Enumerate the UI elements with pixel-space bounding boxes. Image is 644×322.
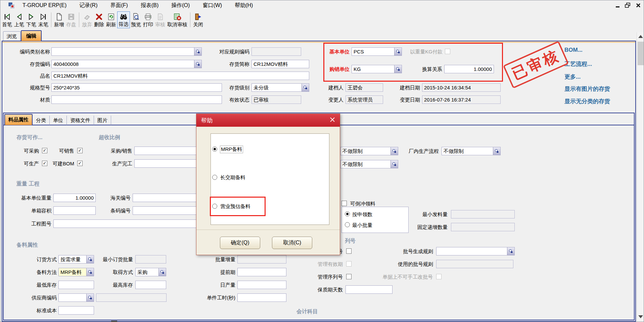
box-volume-input[interactable] <box>53 206 96 215</box>
barcode-input[interactable] <box>133 206 197 215</box>
lookup-icon[interactable] <box>194 48 201 55</box>
level-combo[interactable]: 未分级 <box>251 83 309 92</box>
menu-item-operate[interactable]: 操作(O) <box>171 2 190 9</box>
lookup-icon[interactable] <box>194 60 201 68</box>
option-mrp-radio[interactable] <box>212 147 217 152</box>
menu-item-interface[interactable]: 界面(F) <box>110 2 128 9</box>
lookup-icon[interactable] <box>86 255 94 263</box>
menu-item-record[interactable]: 记录(R) <box>79 2 97 9</box>
last-record-button[interactable]: 末笔 <box>37 11 49 28</box>
min-batch-radio[interactable] <box>345 222 350 227</box>
purchasable-checkbox[interactable] <box>42 148 47 153</box>
link-bom[interactable]: BOM... <box>564 47 583 53</box>
manage-serial-checkbox[interactable] <box>346 274 352 279</box>
field-label: 可生产 <box>19 160 39 167</box>
shelf-days-input[interactable] <box>346 285 393 294</box>
unit-time-input[interactable] <box>237 293 286 302</box>
restore-button[interactable] <box>624 2 632 9</box>
sellable-checkbox[interactable] <box>77 148 83 153</box>
manage-lot-checkbox[interactable] <box>346 248 352 254</box>
min-stock-input[interactable] <box>58 281 94 289</box>
link-show-with-image[interactable]: 显示有图片的存货 <box>564 85 610 93</box>
ok-button[interactable]: 确定(Q) <box>220 237 260 249</box>
field-label: 保质期天数 <box>313 286 343 293</box>
bomable-checkbox[interactable] <box>77 161 83 166</box>
subtab-units[interactable]: 单位 <box>50 116 67 125</box>
dialog-titlebar[interactable]: 帮助 <box>196 114 340 127</box>
scroll-down-icon[interactable] <box>638 315 643 318</box>
prep-method-combo[interactable]: MRP备料 <box>58 268 94 276</box>
option-label[interactable]: 长交期备料 <box>220 174 245 181</box>
lookup-icon[interactable] <box>390 147 398 155</box>
drawing-no-input[interactable] <box>53 219 197 228</box>
lookup-icon[interactable] <box>390 160 398 168</box>
menu-item-window[interactable]: 窗口(W) <box>202 2 222 9</box>
lookup-icon[interactable] <box>507 247 514 255</box>
filter-button[interactable]: 筛选 <box>117 11 130 28</box>
field-label: 订货方式 <box>33 256 57 263</box>
limit-combo-2[interactable]: 不做限制 <box>340 160 398 168</box>
print-button[interactable]: 打印 <box>142 11 154 28</box>
subtab-images[interactable]: 图片 <box>94 116 111 125</box>
material-input[interactable] <box>51 95 222 104</box>
lead-time-input[interactable] <box>237 268 286 276</box>
delete-button[interactable]: 删除 <box>93 11 105 28</box>
factory-flow-combo[interactable]: 不做限制 <box>442 147 501 155</box>
backflush-checkbox[interactable] <box>341 201 347 206</box>
purchase-sale-ratio-input[interactable] <box>134 147 197 155</box>
item-name-input[interactable]: CR12MOV精料 <box>51 72 309 80</box>
customs-code-input[interactable] <box>133 194 197 202</box>
menu-item-report[interactable]: 报表(B) <box>141 2 158 9</box>
lookup-icon[interactable] <box>86 294 94 301</box>
new-button[interactable]: 新增 <box>53 11 65 28</box>
daily-output-input[interactable] <box>237 281 286 289</box>
acquire-mode-combo[interactable]: 采购 <box>135 268 166 276</box>
spec-input[interactable]: 250*240*35 <box>51 83 222 92</box>
first-record-button[interactable]: 首笔 <box>1 11 13 28</box>
prod-finish-ratio-input[interactable] <box>134 159 197 168</box>
preview-button[interactable]: 预览 <box>130 11 142 28</box>
by-request-radio[interactable] <box>345 211 350 216</box>
item-short-input[interactable]: CR12MOV精料 <box>251 60 309 68</box>
lookup-icon[interactable] <box>493 147 500 155</box>
subtab-qualification[interactable]: 资格文件 <box>67 116 94 125</box>
link-process-flow[interactable]: 工艺流程... <box>564 60 592 68</box>
lookup-icon[interactable] <box>302 84 309 91</box>
refresh-button[interactable]: 刷新 <box>105 11 117 28</box>
link-more[interactable]: 更多... <box>564 73 581 81</box>
cancel-button[interactable]: 取消(C) <box>272 237 312 249</box>
exit-button[interactable]: 关闭 <box>192 11 204 28</box>
scroll-thumb[interactable] <box>638 42 644 65</box>
code-type-input[interactable] <box>51 47 202 56</box>
dialog-close-icon[interactable] <box>330 117 335 124</box>
link-show-unclassified[interactable]: 显示无分类的存货 <box>564 97 610 105</box>
base-weight-input[interactable]: 1.00000 <box>53 194 96 202</box>
item-code-input[interactable]: 400400008 <box>51 60 202 68</box>
tab-browse[interactable]: 浏览 <box>3 31 20 41</box>
subtab-classification[interactable]: 分类 <box>33 116 50 125</box>
no-manual-lot-checkbox <box>436 274 442 279</box>
producible-checkbox[interactable] <box>42 161 47 166</box>
supplier-code-combo[interactable] <box>58 293 94 302</box>
option-label[interactable]: MRP备料 <box>220 146 243 153</box>
menu-item-app[interactable]: T-GROUP ERP(E) <box>22 2 66 8</box>
cancel-audit-button[interactable]: 取消审核 <box>166 11 188 28</box>
lookup-icon[interactable] <box>158 268 166 276</box>
prev-record-button[interactable]: 上笔 <box>13 11 25 28</box>
minimize-icon <box>616 6 619 7</box>
minimize-button[interactable] <box>613 2 622 9</box>
option-long-lead-radio[interactable] <box>212 175 217 180</box>
next-record-button[interactable]: 下笔 <box>25 11 37 28</box>
std-cost-input[interactable] <box>58 306 94 315</box>
menu-item-help[interactable]: 帮助(H) <box>235 2 253 9</box>
max-stock-input[interactable] <box>135 281 166 289</box>
vertical-scrollbar[interactable] <box>637 32 644 322</box>
lookup-icon[interactable] <box>86 268 94 276</box>
close-window-button[interactable] <box>634 2 642 9</box>
subtab-item-attributes[interactable]: 料品属性 <box>4 114 33 125</box>
limit-combo-1[interactable]: 不做限制 <box>340 147 398 155</box>
lot-rule-combo[interactable] <box>436 247 515 255</box>
tab-edit[interactable]: 编辑 <box>21 30 42 41</box>
order-mode-combo[interactable]: 按需求量 <box>58 255 94 264</box>
scroll-up-icon[interactable] <box>638 35 643 38</box>
